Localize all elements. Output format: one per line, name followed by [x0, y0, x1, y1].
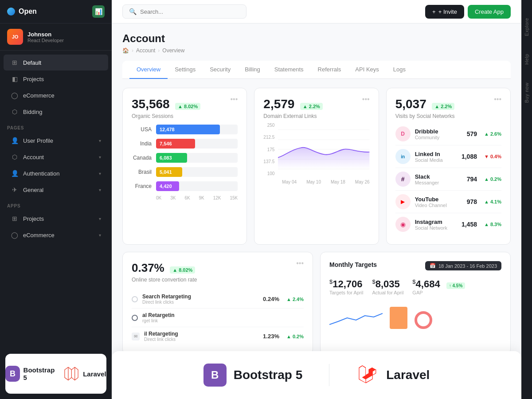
bar-chart: USA 12,478 India 7,546 Canada: [132, 125, 238, 200]
actual-april-amount: $8,035: [372, 278, 403, 290]
invite-button[interactable]: + + Invite: [425, 5, 464, 19]
social-row-slack: # Slack Messanger 794 ▲ 0.2%: [395, 168, 501, 191]
tab-referrals[interactable]: Referrals: [311, 61, 348, 79]
retargeting-list: Search Retargeting Direct link clicks 0.…: [132, 290, 304, 345]
tab-statements[interactable]: Statements: [267, 61, 311, 79]
tab-billing[interactable]: Billing: [238, 61, 267, 79]
bar-row-brasil: Brasil 5,041: [132, 167, 238, 177]
social-row-youtube: ▶ YouTube Video Channel 978 ▲ 4.1%: [395, 191, 501, 213]
bidding-icon: ⬡: [11, 108, 19, 116]
card-menu-icon[interactable]: •••: [494, 95, 501, 103]
youtube-icon: ▶: [395, 194, 411, 209]
main-content: 🔍 + + Invite Create App Account 🏠 › Acco…: [112, 0, 521, 399]
social-value: 5,037: [395, 97, 426, 111]
domain-links-value: 2,579: [263, 97, 294, 111]
logo-dot: [7, 8, 15, 16]
bar-row-canada: Canada 6,083: [132, 153, 238, 163]
instagram-icon: ◉: [395, 217, 411, 232]
breadcrumb-account[interactable]: Account: [136, 47, 155, 54]
sidebar-item-default[interactable]: ⊞ Default: [4, 55, 108, 70]
sidebar-item-authentication[interactable]: 👤 Authentication ▾: [4, 165, 108, 181]
tabs-container: Overview Settings Security Billing State…: [122, 61, 511, 79]
bar-fill: 5,041: [156, 167, 182, 177]
account-icon: ⬡: [11, 153, 19, 161]
home-icon[interactable]: 🏠: [122, 47, 129, 54]
bar-row-india: India 7,546: [132, 139, 238, 149]
sidebar: Open 📊 JO Johnson React Developer ⊞ Defa…: [0, 0, 112, 399]
tab-settings[interactable]: Settings: [168, 61, 203, 79]
card-menu-icon[interactable]: •••: [362, 95, 370, 103]
chart-icon-btn[interactable]: 📊: [92, 5, 105, 18]
sidebar-item-projects-app[interactable]: ⊞ Projects ▾: [4, 211, 108, 227]
user-name: Johnson: [27, 31, 64, 38]
monthly-targets-card: Monthly Targets 📅 18 Jan 2023 - 16 Feb 2…: [320, 252, 511, 355]
page-content: Account 🏠 › Account › Overview Overview …: [112, 23, 521, 399]
chevron-down-icon: ▾: [99, 138, 101, 143]
app-logo: Open: [7, 8, 37, 16]
social-networks-card: 5,037 ▲ 2.2% ••• Visits by Social Networ…: [386, 88, 511, 245]
domain-links-badge: ▲ 2.2%: [300, 103, 323, 110]
conversion-label: Online store convertion rate: [132, 277, 304, 283]
conversion-badge: ▲ 8.02%: [170, 266, 195, 274]
auth-icon: 👤: [11, 169, 19, 177]
donut-chart-mini: [415, 311, 432, 329]
tab-security[interactable]: Security: [203, 61, 238, 79]
sidebar-item-ecommerce[interactable]: ◯ eCommerce: [4, 87, 108, 103]
bootstrap-promo: B Bootstrap 5: [203, 364, 303, 387]
side-panel: Explore Help Buy now: [521, 0, 532, 399]
retargeting-circle: [132, 296, 138, 302]
chevron-down-icon: ▾: [99, 233, 101, 238]
ecommerce-app-icon: ◯: [11, 231, 19, 239]
targets-values: $12,706 Targets for April $8,035 Actual …: [329, 278, 501, 295]
x-axis: 0K 3K 6K 9K 12K 15K: [132, 196, 238, 200]
sidebar-item-label: Account: [23, 154, 44, 160]
explore-link[interactable]: Explore: [524, 18, 529, 36]
social-row-linkedin: in Linked In Social Media 1,088 ▼ 0.4%: [395, 145, 501, 168]
ecommerce-icon: ◯: [11, 91, 19, 99]
buy-now-link[interactable]: Buy now: [524, 82, 529, 103]
promo-divider: [329, 364, 329, 386]
avatar: JO: [7, 29, 23, 45]
chevron-down-icon: ▾: [99, 155, 101, 160]
tab-api-keys[interactable]: API Keys: [348, 61, 386, 79]
sidebar-item-ecommerce-app[interactable]: ◯ eCommerce ▾: [4, 227, 108, 243]
sidebar-item-label: eCommerce: [23, 232, 55, 239]
sidebar-item-bidding[interactable]: ⬡ Bidding: [4, 104, 108, 120]
sidebar-item-user-profile[interactable]: 👤 User Profile ▾: [4, 133, 108, 149]
chevron-down-icon: ▾: [99, 216, 101, 221]
bootstrap-logo-icon: B: [203, 364, 227, 387]
tab-overview[interactable]: Overview: [129, 61, 168, 79]
card-menu-icon[interactable]: •••: [296, 259, 304, 267]
laravel-label: Laravel: [83, 370, 106, 378]
sidebar-item-projects[interactable]: ◧ Projects: [4, 71, 108, 87]
sidebar-item-label: Projects: [23, 215, 44, 222]
domain-links-card: 2,579 ▲ 2.2% ••• Domain External Links 2…: [254, 88, 379, 245]
pages-section: PAGES: [0, 120, 112, 132]
page-title: Account: [122, 32, 511, 45]
promo-banner: B Bootstrap 5 Laravel: [5, 354, 106, 394]
tab-logs[interactable]: Logs: [386, 61, 413, 79]
projects-app-icon: ⊞: [11, 215, 19, 223]
laravel-promo: Laravel: [356, 364, 430, 387]
linkedin-icon: in: [395, 149, 411, 164]
help-link[interactable]: Help: [524, 54, 529, 65]
retargeting-circle: [132, 315, 138, 321]
slack-icon: #: [395, 172, 411, 187]
search-box[interactable]: 🔍: [122, 4, 246, 19]
social-row-dribbble: D Dribbble Community 579 ▲ 2.6%: [395, 123, 501, 145]
laravel-icon: [63, 366, 79, 382]
social-badge: ▲ 2.2%: [432, 103, 454, 110]
search-input[interactable]: [140, 8, 240, 15]
retargeting-row-search: Search Retargeting Direct link clicks 0.…: [132, 290, 304, 309]
sidebar-item-account[interactable]: ⬡ Account ▾: [4, 149, 108, 165]
domain-links-label: Domain External Links: [263, 113, 369, 119]
organic-sessions-value: 35,568: [132, 97, 170, 111]
create-app-button[interactable]: Create App: [468, 5, 511, 19]
bar-fill: 6,083: [156, 153, 187, 163]
card-menu-icon[interactable]: •••: [231, 95, 238, 103]
bootstrap-label: Bootstrap 5: [23, 366, 57, 381]
sidebar-header: Open 📊: [0, 0, 112, 23]
sidebar-item-general[interactable]: ✈ General ▾: [4, 182, 108, 198]
gap-amount: $4,684 ↑ 4.5%: [412, 278, 465, 290]
organic-sessions-label: Organic Sessions: [132, 113, 238, 119]
